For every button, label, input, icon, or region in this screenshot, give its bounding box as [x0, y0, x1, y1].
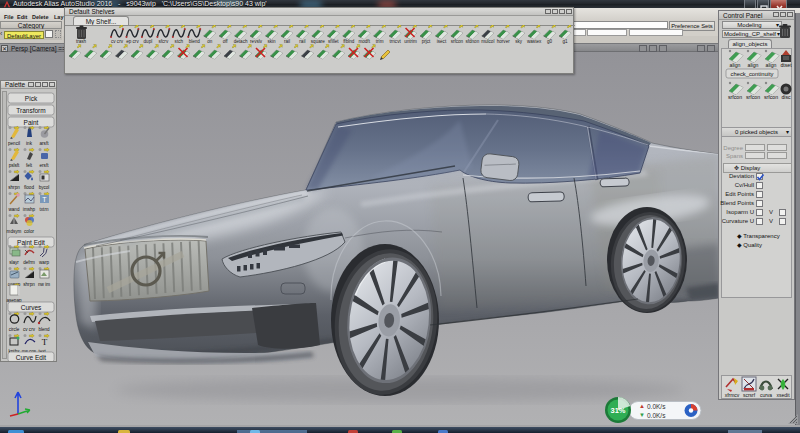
svg-text:untrim: untrim — [404, 39, 417, 44]
svg-text:slayr: slayr — [9, 260, 19, 265]
svg-text:rail: rail — [299, 39, 305, 44]
svg-text:on: on — [207, 39, 213, 44]
svg-text:wand: wand — [9, 207, 20, 212]
svg-text:T: T — [42, 196, 47, 203]
svg-text:▼: ▼ — [639, 412, 645, 418]
svg-text:dupl: dupl — [144, 39, 153, 44]
svg-text:cv crv: cv crv — [23, 327, 36, 332]
svg-text:srfcon: srfcon — [451, 39, 464, 44]
svg-text:detach: detach — [234, 39, 248, 44]
svg-text:nw im: nw im — [38, 282, 50, 287]
svg-text:g0: g0 — [547, 39, 553, 44]
svg-text:sky: sky — [515, 39, 523, 44]
svg-text:31%: 31% — [610, 406, 625, 415]
svg-text:T: T — [42, 337, 48, 347]
svg-text:ink: ink — [26, 141, 33, 146]
svg-text:ffblnd: ffblnd — [343, 39, 355, 44]
svg-text:g1: g1 — [562, 39, 568, 44]
svg-text:trncvt: trncvt — [389, 39, 401, 44]
svg-text:check_continuity: check_continuity — [731, 71, 774, 77]
svg-text:prjct: prjct — [422, 39, 431, 44]
svg-text:srfcon: srfcon — [746, 94, 760, 100]
svg-text:align: align — [748, 62, 759, 68]
svg-text:flood: flood — [24, 185, 34, 190]
svg-text:xfrmcv: xfrmcv — [725, 392, 740, 398]
svg-text:bycol: bycol — [39, 185, 50, 190]
svg-text:off: off — [223, 39, 229, 44]
svg-text:disc: disc — [781, 94, 791, 100]
svg-text:stch: stch — [175, 39, 184, 44]
svg-text:color: color — [24, 229, 34, 234]
svg-text:trash: trash — [76, 39, 87, 44]
svg-text:sfdnon: sfdnon — [465, 39, 479, 44]
svg-text:Pick: Pick — [25, 95, 38, 102]
svg-text:Curve Edit: Curve Edit — [16, 354, 47, 361]
svg-text:srfcon: srfcon — [728, 94, 742, 100]
svg-text:dtset: dtset — [780, 62, 792, 68]
svg-text:0.0K/s: 0.0K/s — [647, 412, 666, 419]
svg-text:pslsft: pslsft — [9, 163, 20, 168]
svg-text:sfcrv: sfcrv — [158, 39, 168, 44]
svg-text:▲: ▲ — [639, 403, 645, 409]
svg-text:isect: isect — [437, 39, 447, 44]
svg-text:shrpn: shrpn — [23, 282, 35, 287]
svg-text:revslv: revslv — [250, 39, 263, 44]
svg-text:pencil: pencil — [8, 141, 20, 146]
svg-text:mulcol: mulcol — [481, 39, 494, 44]
svg-text:align: align — [730, 62, 741, 68]
svg-text:warp: warp — [39, 260, 49, 265]
svg-text:wastex: wastex — [527, 39, 542, 44]
svg-text:0.0K/s: 0.0K/s — [647, 403, 666, 410]
svg-text:imshp: imshp — [23, 207, 36, 212]
svg-text:scrsrf: scrsrf — [743, 392, 756, 398]
svg-text:skin: skin — [267, 39, 276, 44]
svg-text:defrm: defrm — [23, 260, 35, 265]
svg-text:arsft: arsft — [40, 141, 50, 146]
svg-text:horver: horver — [497, 39, 510, 44]
svg-text:txtrn: txtrn — [40, 207, 49, 212]
svg-text:Curves: Curves — [21, 304, 42, 311]
svg-text:blend: blend — [38, 327, 50, 332]
svg-text:blend: blend — [189, 39, 201, 44]
svg-text:srfcon: srfcon — [764, 94, 778, 100]
svg-text:align: align — [766, 62, 777, 68]
svg-text:ep crv: ep crv — [126, 39, 139, 44]
svg-text:ersft: ersft — [40, 163, 50, 168]
svg-text:sfillet: sfillet — [328, 39, 339, 44]
svg-text:trim: trim — [376, 39, 384, 44]
svg-text:felt: felt — [26, 163, 33, 168]
svg-text:shrpn: shrpn — [8, 185, 20, 190]
svg-text:cv crv: cv crv — [111, 39, 124, 44]
svg-text:Paint: Paint — [24, 119, 39, 126]
svg-text:modft: modft — [358, 39, 370, 44]
svg-text:curva: curva — [760, 392, 772, 398]
svg-text:Transform: Transform — [16, 107, 45, 114]
svg-text:square: square — [311, 39, 325, 44]
svg-text:Paint Edit: Paint Edit — [17, 239, 45, 246]
svg-text:mdsym: mdsym — [7, 229, 22, 234]
svg-text:rail: rail — [284, 39, 290, 44]
svg-text:xsedit: xsedit — [776, 392, 790, 398]
svg-text:circle: circle — [9, 327, 20, 332]
